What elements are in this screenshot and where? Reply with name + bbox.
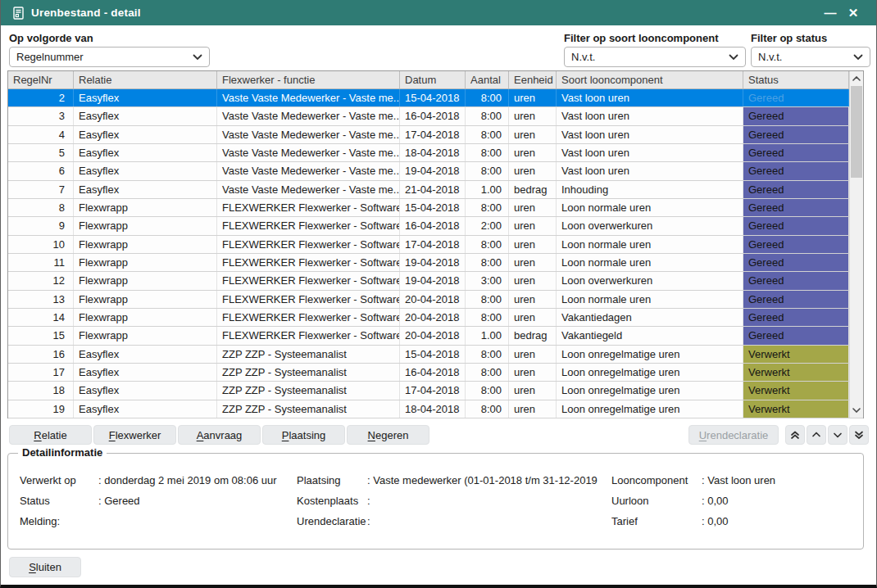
table-header: RegelNrRelatieFlexwerker - functieDatumA… <box>8 71 863 89</box>
cell-relatie: Flexwrapp <box>74 309 217 326</box>
cell-aantal: 8:00 <box>466 126 509 143</box>
row-down-button[interactable] <box>828 425 847 445</box>
chevron-down-icon <box>729 54 738 61</box>
status-badge: Verwerkt <box>743 382 849 399</box>
sluiten-button[interactable]: Sluiten <box>9 557 81 577</box>
cell-flexwerker: Vaste Vaste Medewerker - Vaste me... <box>217 162 400 179</box>
table-row[interactable]: 4EasyflexVaste Vaste Medewerker - Vaste … <box>8 126 863 144</box>
cell-datum: 16-04-2018 <box>400 364 466 381</box>
titlebar: Urenbestand - detail — ✕ <box>1 0 876 25</box>
scroll-down-button[interactable] <box>850 403 863 418</box>
scrollbar-thumb[interactable] <box>851 86 862 178</box>
cell-eenheid: uren <box>509 126 557 143</box>
cell-flexwerker: FLEXWERKER Flexwerker - Software ... <box>217 199 400 216</box>
cell-relatie: Easyflex <box>74 400 217 418</box>
cell-datum: 20-04-2018 <box>400 327 466 344</box>
looncomponent-filter-value: N.v.t. <box>571 51 729 63</box>
scroll-up-button[interactable] <box>850 71 863 86</box>
cell-eenheid: uren <box>509 162 557 179</box>
cell-aantal: 3:00 <box>466 272 509 289</box>
table-row[interactable]: 5EasyflexVaste Vaste Medewerker - Vaste … <box>8 144 863 162</box>
cell-relatie: Flexwrapp <box>74 291 217 308</box>
table-row[interactable]: 2EasyflexVaste Vaste Medewerker - Vaste … <box>8 89 863 107</box>
cell-flexwerker: ZZP ZZP - Systeemanalist <box>217 382 400 399</box>
cell-datum: 15-04-2018 <box>400 346 466 363</box>
table-row[interactable]: 7EasyflexVaste Vaste Medewerker - Vaste … <box>8 181 863 199</box>
cell-aantal: 1.00 <box>466 181 509 198</box>
cell-soort: Loon normale uren <box>557 291 743 308</box>
detail-field-urendeclaratie: Urendeclaratie: <box>297 511 615 531</box>
cell-regelnr: 12 <box>8 272 74 289</box>
detail-label: Plaatsing <box>297 470 367 491</box>
status-badge: Gereed <box>743 217 849 234</box>
table-row[interactable]: 13FlexwrappFLEXWERKER Flexwerker - Softw… <box>8 291 863 309</box>
aanvraag-button[interactable]: Aanvraag <box>178 425 261 445</box>
table-row[interactable]: 10FlexwrappFLEXWERKER Flexwerker - Softw… <box>8 236 863 254</box>
detail-label: Verwerkt op <box>20 470 98 491</box>
urendeclaratie-button: Urendeclaratie <box>688 425 779 445</box>
looncomponent-filter-select[interactable]: N.v.t. <box>564 47 746 67</box>
double-row-down-button[interactable] <box>849 425 869 445</box>
table-row[interactable]: 18EasyflexZZP ZZP - Systeemanalist17-04-… <box>8 382 863 400</box>
cell-soort: Loon overwerkuren <box>557 272 743 289</box>
table-row[interactable]: 3EasyflexVaste Vaste Medewerker - Vaste … <box>8 107 863 125</box>
cell-aantal: 8:00 <box>466 162 509 179</box>
cell-datum: 15-04-2018 <box>400 199 466 216</box>
cell-datum: 16-04-2018 <box>400 107 466 124</box>
plaatsing-button[interactable]: Plaatsing <box>262 425 345 445</box>
cell-eenheid: uren <box>509 400 557 418</box>
cell-relatie: Easyflex <box>74 144 217 161</box>
status-badge: Gereed <box>743 199 849 216</box>
table-row[interactable]: 16EasyflexZZP ZZP - Systeemanalist15-04-… <box>8 346 863 364</box>
action-buttons: RelatieFlexwerkerAanvraagPlaatsingNegere… <box>9 425 429 445</box>
cell-regelnr: 9 <box>8 217 74 234</box>
detail-field-uurloon: Uurloon: 0,00 <box>611 491 861 511</box>
looncomponent-filter-label: Filter op soort looncomponent <box>564 32 719 44</box>
cell-relatie: Easyflex <box>74 107 217 124</box>
cell-flexwerker: Vaste Vaste Medewerker - Vaste me... <box>217 126 400 143</box>
status-filter-select[interactable]: N.v.t. <box>751 47 870 67</box>
detail-value: : Vaste medewerker (01-01-2018 t/m 31-12… <box>367 470 615 491</box>
urenbestand-detail-window: Urenbestand - detail — ✕ Op volgorde van… <box>0 0 877 588</box>
cell-eenheid: uren <box>509 382 557 399</box>
table-row[interactable]: 14FlexwrappFLEXWERKER Flexwerker - Softw… <box>8 309 863 327</box>
cell-datum: 18-04-2018 <box>400 144 466 161</box>
table-row[interactable]: 11FlexwrappFLEXWERKER Flexwerker - Softw… <box>8 254 863 272</box>
minimize-button[interactable]: — <box>819 3 842 23</box>
table-row[interactable]: 9FlexwrappFLEXWERKER Flexwerker - Softwa… <box>8 217 863 235</box>
double-row-up-button[interactable] <box>785 425 805 445</box>
row-up-button[interactable] <box>807 425 826 445</box>
cell-regelnr: 4 <box>8 126 74 143</box>
cell-soort: Vast loon uren <box>557 126 743 143</box>
cell-datum: 17-04-2018 <box>400 126 466 143</box>
close-button[interactable]: ✕ <box>842 3 865 23</box>
status-badge: Verwerkt <box>743 364 849 381</box>
table-row[interactable]: 12FlexwrappFLEXWERKER Flexwerker - Softw… <box>8 272 863 290</box>
column-header-datum: Datum <box>400 71 466 88</box>
hours-table: RegelNrRelatieFlexwerker - functieDatumA… <box>7 70 864 418</box>
cell-soort: Inhouding <box>557 181 743 198</box>
cell-regelnr: 3 <box>8 107 74 124</box>
sort-select[interactable]: Regelnummer <box>9 47 210 67</box>
cell-regelnr: 8 <box>8 199 74 216</box>
cell-soort: Vast loon uren <box>557 89 743 106</box>
cell-eenheid: bedrag <box>509 327 557 344</box>
negeren-button[interactable]: Negeren <box>347 425 429 445</box>
cell-aantal: 1.00 <box>466 327 509 344</box>
cell-regelnr: 10 <box>8 236 74 253</box>
table-row[interactable]: 8FlexwrappFLEXWERKER Flexwerker - Softwa… <box>8 199 863 217</box>
table-row[interactable]: 15FlexwrappFLEXWERKER Flexwerker - Softw… <box>8 327 863 345</box>
cell-soort: Loon onregelmatige uren <box>557 346 743 363</box>
vertical-scrollbar[interactable] <box>849 71 863 418</box>
table-row[interactable]: 19EasyflexZZP ZZP - Systeemanalist18-04-… <box>8 400 863 418</box>
table-row[interactable]: 17EasyflexZZP ZZP - Systeemanalist16-04-… <box>8 364 863 382</box>
flexwerker-button[interactable]: Flexwerker <box>93 425 176 445</box>
table-row[interactable]: 6EasyflexVaste Vaste Medewerker - Vaste … <box>8 162 863 180</box>
cell-soort: Vakantiegeld <box>557 327 743 344</box>
cell-flexwerker: FLEXWERKER Flexwerker - Software ... <box>217 217 400 234</box>
status-filter-label: Filter op status <box>751 32 827 44</box>
relatie-button[interactable]: Relatie <box>9 425 92 445</box>
status-badge: Gereed <box>743 236 849 253</box>
column-header-soort-looncomponent: Soort looncomponent <box>557 71 743 88</box>
table-body: 2EasyflexVaste Vaste Medewerker - Vaste … <box>8 89 863 418</box>
